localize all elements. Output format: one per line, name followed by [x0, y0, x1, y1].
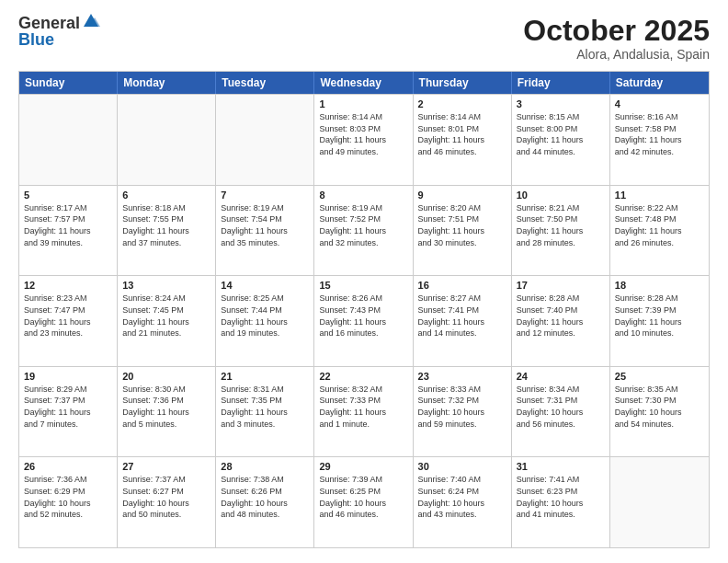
day-info: Sunrise: 8:35 AM Sunset: 7:30 PM Dayligh…	[615, 384, 704, 430]
day-info: Sunrise: 8:26 AM Sunset: 7:43 PM Dayligh…	[319, 293, 407, 339]
calendar-cell-r4c6	[610, 457, 709, 547]
header-thursday: Thursday	[414, 72, 512, 94]
calendar-cell-r0c2	[216, 95, 314, 185]
day-info: Sunrise: 8:19 AM Sunset: 7:52 PM Dayligh…	[319, 202, 407, 248]
day-info: Sunrise: 7:39 AM Sunset: 6:25 PM Dayligh…	[319, 474, 407, 520]
day-number: 21	[221, 371, 309, 382]
day-number: 4	[615, 98, 704, 109]
day-number: 29	[319, 461, 407, 472]
calendar-cell-r1c3: 8Sunrise: 8:19 AM Sunset: 7:52 PM Daylig…	[314, 186, 413, 276]
calendar-cell-r2c2: 14Sunrise: 8:25 AM Sunset: 7:44 PM Dayli…	[216, 276, 314, 366]
calendar: Sunday Monday Tuesday Wednesday Thursday…	[18, 71, 710, 548]
day-number: 10	[517, 190, 605, 201]
day-number: 12	[24, 280, 112, 291]
header-friday: Friday	[512, 72, 610, 94]
calendar-cell-r4c3: 29Sunrise: 7:39 AM Sunset: 6:25 PM Dayli…	[314, 457, 413, 547]
calendar-cell-r0c1	[118, 95, 216, 185]
calendar-cell-r1c4: 9Sunrise: 8:20 AM Sunset: 7:51 PM Daylig…	[414, 186, 512, 276]
calendar-cell-r0c6: 4Sunrise: 8:16 AM Sunset: 7:58 PM Daylig…	[610, 95, 709, 185]
day-info: Sunrise: 8:33 AM Sunset: 7:32 PM Dayligh…	[418, 384, 506, 430]
day-info: Sunrise: 8:28 AM Sunset: 7:40 PM Dayligh…	[517, 293, 605, 339]
day-info: Sunrise: 7:41 AM Sunset: 6:23 PM Dayligh…	[517, 474, 605, 520]
calendar-cell-r3c2: 21Sunrise: 8:31 AM Sunset: 7:35 PM Dayli…	[216, 367, 314, 457]
calendar-cell-r0c4: 2Sunrise: 8:14 AM Sunset: 8:01 PM Daylig…	[414, 95, 512, 185]
logo-text: General Blue	[18, 15, 100, 48]
day-number: 3	[517, 98, 605, 109]
calendar-cell-r2c6: 18Sunrise: 8:28 AM Sunset: 7:39 PM Dayli…	[610, 276, 709, 366]
day-info: Sunrise: 8:22 AM Sunset: 7:48 PM Dayligh…	[615, 202, 704, 248]
day-info: Sunrise: 8:20 AM Sunset: 7:51 PM Dayligh…	[418, 202, 506, 248]
day-info: Sunrise: 8:19 AM Sunset: 7:54 PM Dayligh…	[221, 202, 309, 248]
calendar-cell-r2c3: 15Sunrise: 8:26 AM Sunset: 7:43 PM Dayli…	[314, 276, 413, 366]
calendar-cell-r0c0	[19, 95, 118, 185]
calendar-cell-r3c6: 25Sunrise: 8:35 AM Sunset: 7:30 PM Dayli…	[610, 367, 709, 457]
header-monday: Monday	[118, 72, 216, 94]
day-number: 28	[221, 461, 309, 472]
day-info: Sunrise: 7:40 AM Sunset: 6:24 PM Dayligh…	[418, 474, 506, 520]
day-info: Sunrise: 8:21 AM Sunset: 7:50 PM Dayligh…	[517, 202, 605, 248]
day-number: 5	[24, 190, 112, 201]
day-number: 19	[24, 371, 112, 382]
day-number: 17	[517, 280, 605, 291]
day-info: Sunrise: 8:17 AM Sunset: 7:57 PM Dayligh…	[24, 202, 112, 248]
calendar-cell-r3c4: 23Sunrise: 8:33 AM Sunset: 7:32 PM Dayli…	[414, 367, 512, 457]
day-number: 24	[517, 371, 605, 382]
calendar-cell-r3c0: 19Sunrise: 8:29 AM Sunset: 7:37 PM Dayli…	[19, 367, 118, 457]
day-info: Sunrise: 8:25 AM Sunset: 7:44 PM Dayligh…	[221, 293, 309, 339]
day-number: 22	[319, 371, 407, 382]
calendar-header: Sunday Monday Tuesday Wednesday Thursday…	[19, 72, 709, 94]
day-number: 15	[319, 280, 407, 291]
header-wednesday: Wednesday	[314, 72, 413, 94]
calendar-cell-r2c5: 17Sunrise: 8:28 AM Sunset: 7:40 PM Dayli…	[512, 276, 610, 366]
title-location: Alora, Andalusia, Spain	[523, 47, 710, 62]
day-info: Sunrise: 8:24 AM Sunset: 7:45 PM Dayligh…	[122, 293, 210, 339]
day-info: Sunrise: 8:27 AM Sunset: 7:41 PM Dayligh…	[418, 293, 506, 339]
day-number: 31	[517, 461, 605, 472]
header-saturday: Saturday	[610, 72, 709, 94]
day-number: 20	[122, 371, 210, 382]
calendar-cell-r1c1: 6Sunrise: 8:18 AM Sunset: 7:55 PM Daylig…	[118, 186, 216, 276]
calendar-cell-r4c0: 26Sunrise: 7:36 AM Sunset: 6:29 PM Dayli…	[19, 457, 118, 547]
day-info: Sunrise: 7:37 AM Sunset: 6:27 PM Dayligh…	[122, 474, 210, 520]
day-info: Sunrise: 7:38 AM Sunset: 6:26 PM Dayligh…	[221, 474, 309, 520]
day-number: 13	[122, 280, 210, 291]
day-info: Sunrise: 8:30 AM Sunset: 7:36 PM Dayligh…	[122, 384, 210, 430]
calendar-cell-r1c6: 11Sunrise: 8:22 AM Sunset: 7:48 PM Dayli…	[610, 186, 709, 276]
logo-general: General	[18, 15, 80, 31]
day-info: Sunrise: 8:14 AM Sunset: 8:01 PM Dayligh…	[418, 111, 506, 157]
title-block: October 2025 Alora, Andalusia, Spain	[523, 15, 710, 62]
day-number: 11	[615, 190, 704, 201]
calendar-cell-r3c5: 24Sunrise: 8:34 AM Sunset: 7:31 PM Dayli…	[512, 367, 610, 457]
day-info: Sunrise: 8:14 AM Sunset: 8:03 PM Dayligh…	[319, 111, 407, 157]
calendar-cell-r2c4: 16Sunrise: 8:27 AM Sunset: 7:41 PM Dayli…	[414, 276, 512, 366]
logo-icon	[82, 12, 100, 30]
day-info: Sunrise: 8:31 AM Sunset: 7:35 PM Dayligh…	[221, 384, 309, 430]
day-number: 9	[418, 190, 506, 201]
logo-blue: Blue	[18, 31, 100, 48]
header-sunday: Sunday	[19, 72, 118, 94]
day-info: Sunrise: 7:36 AM Sunset: 6:29 PM Dayligh…	[24, 474, 112, 520]
logo: General Blue	[18, 15, 100, 48]
day-number: 25	[615, 371, 704, 382]
day-info: Sunrise: 8:18 AM Sunset: 7:55 PM Dayligh…	[122, 202, 210, 248]
day-number: 27	[122, 461, 210, 472]
calendar-row-3: 12Sunrise: 8:23 AM Sunset: 7:47 PM Dayli…	[19, 275, 709, 366]
day-number: 2	[418, 98, 506, 109]
calendar-cell-r0c5: 3Sunrise: 8:15 AM Sunset: 8:00 PM Daylig…	[512, 95, 610, 185]
calendar-cell-r4c4: 30Sunrise: 7:40 AM Sunset: 6:24 PM Dayli…	[414, 457, 512, 547]
day-number: 26	[24, 461, 112, 472]
calendar-cell-r4c5: 31Sunrise: 7:41 AM Sunset: 6:23 PM Dayli…	[512, 457, 610, 547]
calendar-cell-r0c3: 1Sunrise: 8:14 AM Sunset: 8:03 PM Daylig…	[314, 95, 413, 185]
calendar-cell-r1c2: 7Sunrise: 8:19 AM Sunset: 7:54 PM Daylig…	[216, 186, 314, 276]
calendar-row-1: 1Sunrise: 8:14 AM Sunset: 8:03 PM Daylig…	[19, 94, 709, 185]
calendar-cell-r3c1: 20Sunrise: 8:30 AM Sunset: 7:36 PM Dayli…	[118, 367, 216, 457]
day-info: Sunrise: 8:34 AM Sunset: 7:31 PM Dayligh…	[517, 384, 605, 430]
page: General Blue October 2025 Alora, Andalus…	[0, 0, 728, 563]
day-info: Sunrise: 8:32 AM Sunset: 7:33 PM Dayligh…	[319, 384, 407, 430]
day-number: 6	[122, 190, 210, 201]
calendar-cell-r3c3: 22Sunrise: 8:32 AM Sunset: 7:33 PM Dayli…	[314, 367, 413, 457]
day-info: Sunrise: 8:29 AM Sunset: 7:37 PM Dayligh…	[24, 384, 112, 430]
day-number: 30	[418, 461, 506, 472]
header-tuesday: Tuesday	[216, 72, 314, 94]
day-number: 16	[418, 280, 506, 291]
